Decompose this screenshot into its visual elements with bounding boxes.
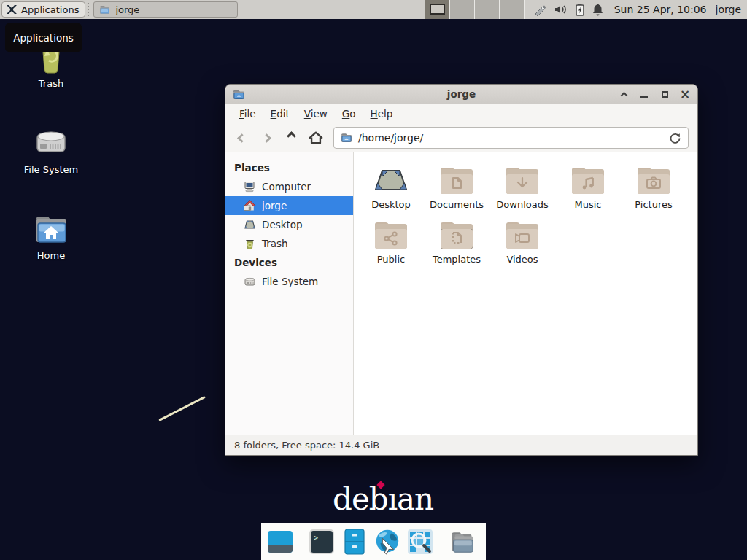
battery-tray-icon[interactable] (575, 3, 585, 16)
terminal-launcher[interactable]: >_ (308, 528, 336, 556)
folder-icon (99, 5, 110, 15)
show-desktop-icon (266, 528, 294, 556)
folder-documents[interactable]: Documents (425, 161, 489, 210)
folder-label: Public (377, 254, 405, 265)
public-folder-icon (372, 219, 410, 251)
menu-edit[interactable]: Edit (264, 105, 296, 122)
folder-pictures[interactable]: Pictures (622, 161, 686, 210)
folder-label: Videos (506, 254, 538, 265)
sidebar-item-label: Desktop (262, 219, 303, 230)
panel-clock[interactable]: Sun 25 Apr, 10:06 (614, 4, 707, 15)
folder-label: Templates (433, 254, 481, 265)
sidebar-item-label: jorge (262, 200, 287, 211)
taskbar-window-button[interactable]: jorge (93, 1, 238, 18)
workspace-2[interactable] (450, 0, 475, 19)
sidebar-item-jorge[interactable]: jorge (225, 196, 353, 215)
sidebar-header-places: Places (225, 158, 353, 177)
folder-label: Pictures (635, 199, 672, 210)
desktop-icon-label: Trash (39, 78, 63, 89)
window-close-button[interactable]: × (680, 89, 690, 99)
volume-tray-icon[interactable] (554, 4, 568, 15)
videos-folder-icon (503, 219, 541, 251)
dock-separator (441, 529, 441, 554)
file-manager-window: jorge × File Edit View Go Help (225, 84, 698, 456)
location-path[interactable]: /home/jorge/ (358, 132, 663, 144)
hard-drive-icon (32, 122, 70, 160)
menu-view[interactable]: View (298, 105, 334, 122)
window-content: Places Computer jorge (225, 152, 697, 435)
folder-templates[interactable]: Templates (425, 216, 489, 265)
menu-go[interactable]: Go (336, 105, 363, 122)
sidebar-item-filesystem[interactable]: File System (225, 272, 353, 291)
folder-desktop[interactable]: Desktop (359, 161, 423, 210)
debian-logo-text: an (397, 481, 433, 517)
back-button[interactable] (234, 129, 249, 147)
workspace-window-thumb (430, 4, 445, 15)
folder-label: Desktop (371, 199, 411, 210)
trash-icon (244, 238, 256, 249)
desktop-icon-filesystem[interactable]: File System (15, 122, 88, 175)
panel-username: jorge (716, 4, 741, 15)
folder-public[interactable]: Public (359, 216, 423, 265)
music-folder-icon (569, 164, 607, 196)
window-titlebar[interactable]: jorge × (225, 85, 697, 104)
applications-menu-icon (6, 4, 18, 15)
stylus-pen-tray-icon[interactable] (533, 3, 548, 16)
web-browser-launcher[interactable] (374, 528, 401, 556)
folder-music[interactable]: Music (556, 161, 620, 210)
taskbar-window-label: jorge (115, 4, 139, 15)
workspace-3[interactable] (475, 0, 500, 19)
templates-folder-icon (438, 219, 476, 251)
menu-help[interactable]: Help (364, 105, 400, 122)
dock-separator (301, 529, 301, 554)
desktop-icon-label: Home (37, 250, 65, 261)
home-button[interactable] (309, 129, 323, 147)
forward-button[interactable] (259, 129, 274, 147)
files-grid: Desktop Documents (354, 152, 697, 265)
workspace-1[interactable] (425, 0, 450, 19)
statusbar: 8 folders, Free space: 14.4 GiB (225, 435, 697, 455)
desktop-icon-home[interactable]: Home (15, 213, 88, 261)
directory-menu-button[interactable] (448, 528, 476, 556)
window-maximize-button[interactable] (659, 89, 670, 99)
system-tray (533, 3, 604, 16)
home-icon (309, 131, 323, 145)
debian-logo: debıan (333, 481, 433, 517)
sidebar-item-trash[interactable]: Trash (225, 234, 353, 253)
folder-downloads[interactable]: Downloads (490, 161, 554, 210)
sidebar-item-computer[interactable]: Computer (225, 177, 353, 196)
window-shade-button[interactable] (619, 89, 629, 99)
menu-file[interactable]: File (233, 105, 263, 122)
sidebar-item-label: File System (262, 276, 318, 287)
window-minimize-button[interactable] (639, 89, 649, 99)
up-button[interactable] (284, 129, 298, 147)
app-finder-icon (406, 528, 434, 556)
sidebar-header-devices: Devices (225, 253, 353, 272)
desktop-icon (244, 219, 256, 230)
location-bar[interactable]: /home/jorge/ (333, 127, 689, 149)
home-folder-icon (32, 213, 70, 246)
show-desktop-button[interactable] (266, 528, 294, 556)
workspace-pager (425, 0, 525, 19)
applications-tooltip-text: Applications (13, 32, 73, 44)
applications-menu-button[interactable]: Applications (1, 1, 85, 18)
terminal-icon: >_ (308, 528, 336, 556)
folder-label: Documents (430, 199, 484, 210)
file-cabinet-launcher[interactable] (341, 528, 368, 556)
sidebar-item-desktop[interactable]: Desktop (225, 215, 353, 234)
sidebar-item-label: Trash (262, 238, 288, 249)
app-finder-launcher[interactable] (406, 528, 434, 556)
notification-bell-tray-icon[interactable] (592, 3, 604, 16)
tasklist-handle (88, 3, 91, 16)
top-panel: Applications jorge (0, 0, 747, 19)
home-icon (244, 200, 256, 211)
debian-logo-dotless-i: ı (388, 481, 397, 517)
reload-icon[interactable] (669, 132, 681, 144)
menubar: File Edit View Go Help (225, 104, 697, 123)
workspace-4[interactable] (500, 0, 525, 19)
folder-videos[interactable]: Videos (490, 216, 554, 265)
toolbar: /home/jorge/ (225, 123, 697, 152)
folder-label: Music (575, 199, 602, 210)
files-pane[interactable]: Desktop Documents (354, 152, 697, 435)
computer-icon (244, 181, 256, 192)
